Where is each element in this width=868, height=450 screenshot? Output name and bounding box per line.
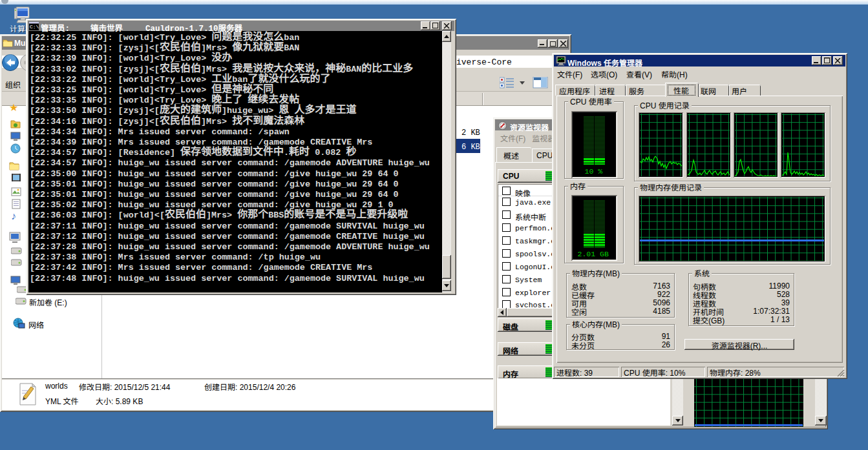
svg-text:♪: ♪ — [11, 210, 16, 221]
svg-text:C:\: C:\ — [30, 24, 39, 30]
svg-text:★: ★ — [9, 102, 18, 113]
